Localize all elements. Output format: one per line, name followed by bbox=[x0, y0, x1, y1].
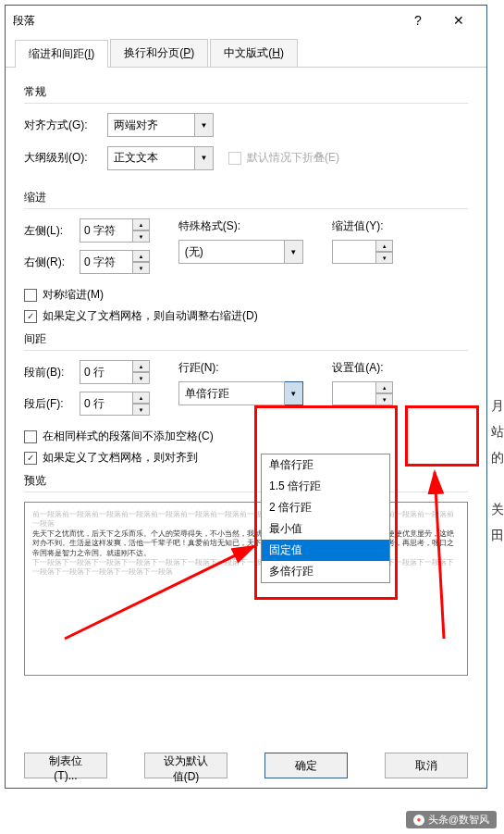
dialog-title: 段落 bbox=[13, 13, 398, 29]
dd-option-1-5[interactable]: 1.5 倍行距 bbox=[262, 476, 389, 497]
setval-input[interactable] bbox=[332, 381, 376, 405]
before-input[interactable] bbox=[80, 360, 133, 384]
indentval-down[interactable]: ▼ bbox=[376, 252, 393, 264]
before-up[interactable]: ▲ bbox=[133, 360, 150, 372]
dd-option-fixed[interactable]: 固定值 bbox=[262, 540, 389, 561]
align-combo[interactable]: ▼ bbox=[107, 113, 214, 137]
tab-bar: 缩进和间距(I) 换行和分页(P) 中文版式(H) bbox=[6, 35, 486, 68]
before-label: 段前(B): bbox=[24, 365, 80, 380]
outline-label: 大纲级别(O): bbox=[24, 150, 107, 166]
align-dropdown-btn[interactable]: ▼ bbox=[195, 113, 214, 137]
left-up[interactable]: ▲ bbox=[133, 218, 150, 230]
outline-input[interactable] bbox=[107, 146, 195, 170]
special-combo[interactable]: ▼ bbox=[178, 240, 314, 264]
special-dropdown-btn[interactable]: ▼ bbox=[285, 240, 303, 264]
dd-option-multi[interactable]: 多倍行距 bbox=[262, 561, 389, 582]
group-spacing: 间距 bbox=[24, 331, 468, 351]
watermark-icon: ● bbox=[413, 815, 424, 826]
tabstops-button[interactable]: 制表位(T)... bbox=[24, 753, 107, 778]
indentval-input[interactable] bbox=[332, 240, 376, 264]
collapse-checkbox bbox=[228, 152, 241, 165]
default-button[interactable]: 设为默认值(D) bbox=[144, 753, 227, 778]
collapse-label: 默认情况下折叠(E) bbox=[247, 150, 339, 166]
mirror-checkbox[interactable] bbox=[24, 289, 37, 302]
after-up[interactable]: ▲ bbox=[133, 392, 150, 404]
after-down[interactable]: ▼ bbox=[133, 404, 150, 416]
bg-char-1: 月 bbox=[491, 398, 504, 415]
right-up[interactable]: ▲ bbox=[133, 250, 150, 262]
cancel-button[interactable]: 取消 bbox=[385, 753, 468, 778]
ok-button[interactable]: 确定 bbox=[264, 753, 348, 778]
watermark: ● 头条@数智风 bbox=[406, 811, 497, 828]
left-label: 左侧(L): bbox=[24, 223, 80, 239]
right-input[interactable] bbox=[80, 250, 133, 274]
left-input[interactable] bbox=[80, 218, 133, 243]
close-button[interactable]: ✕ bbox=[438, 6, 479, 34]
align-label: 对齐方式(G): bbox=[24, 118, 107, 133]
preview-area: 前一段落前一段落前一段落前一段落前一段落前一段落前一段落前一段落前一段落前一段落… bbox=[24, 502, 468, 676]
setval-up[interactable]: ▲ bbox=[376, 381, 393, 393]
right-label: 右侧(R): bbox=[24, 255, 80, 270]
after-label: 段后(F): bbox=[24, 396, 80, 412]
dd-option-double[interactable]: 2 倍行距 bbox=[262, 497, 389, 518]
group-preview: 预览 bbox=[24, 473, 468, 492]
linespace-dropdown-btn[interactable]: ▼ bbox=[285, 381, 303, 405]
group-general: 常规 bbox=[24, 84, 468, 104]
setval-spinner[interactable]: ▲▼ bbox=[332, 381, 468, 405]
nosame-checkbox[interactable] bbox=[24, 430, 37, 443]
linespace-label: 行距(N): bbox=[178, 360, 314, 376]
special-input[interactable] bbox=[178, 240, 285, 264]
left-spinner[interactable]: ▲▼ bbox=[80, 218, 150, 243]
autoindent-checkbox[interactable]: ✓ bbox=[24, 310, 37, 323]
linespace-input[interactable] bbox=[178, 381, 285, 405]
indentval-label: 缩进值(Y): bbox=[332, 218, 468, 234]
setval-down[interactable]: ▼ bbox=[376, 393, 393, 405]
right-down[interactable]: ▼ bbox=[133, 262, 150, 274]
bg-char-5: 田 bbox=[491, 528, 504, 544]
watermark-text: 头条@数智风 bbox=[428, 813, 489, 827]
linespace-combo[interactable]: ▼ bbox=[178, 381, 314, 405]
after-input[interactable] bbox=[80, 392, 133, 416]
special-label: 特殊格式(S): bbox=[178, 218, 314, 234]
linespace-dropdown-list[interactable]: 单倍行距 1.5 倍行距 2 倍行距 最小值 固定值 多倍行距 bbox=[261, 454, 390, 583]
right-spinner[interactable]: ▲▼ bbox=[80, 250, 150, 274]
tab-chinese[interactable]: 中文版式(H) bbox=[210, 39, 298, 67]
mirror-label: 对称缩进(M) bbox=[43, 287, 104, 303]
autoindent-label: 如果定义了文档网格，则自动调整右缩进(D) bbox=[43, 308, 258, 324]
outline-combo[interactable]: ▼ bbox=[107, 146, 214, 170]
preview-gray-before: 前一段落前一段落前一段落前一段落前一段落前一段落前一段落前一段落前一段落前一段落… bbox=[32, 510, 460, 529]
tab-indent-spacing[interactable]: 缩进和间距(I) bbox=[15, 40, 108, 68]
before-spinner[interactable]: ▲▼ bbox=[80, 360, 150, 384]
preview-sample-text: 先天下之忧而忧，后天下之乐而乐。个人的荣辱得失，不小当然，我就怀一意愿足。赏我住… bbox=[32, 529, 460, 558]
left-down[interactable]: ▼ bbox=[133, 230, 150, 243]
bg-char-4: 关 bbox=[491, 502, 504, 518]
nosame-label: 在相同样式的段落间不添加空格(C) bbox=[43, 429, 214, 444]
snapgrid-label: 如果定义了文档网格，则对齐到 bbox=[43, 450, 198, 466]
dd-option-min[interactable]: 最小值 bbox=[262, 518, 389, 540]
before-down[interactable]: ▼ bbox=[133, 372, 150, 384]
bg-char-3: 的 bbox=[491, 450, 504, 467]
outline-dropdown-btn[interactable]: ▼ bbox=[195, 146, 214, 170]
setval-label: 设置值(A): bbox=[332, 360, 468, 376]
indentval-spinner[interactable]: ▲▼ bbox=[332, 240, 468, 264]
help-button[interactable]: ? bbox=[398, 6, 438, 34]
indentval-up[interactable]: ▲ bbox=[376, 240, 393, 252]
snapgrid-checkbox[interactable]: ✓ bbox=[24, 452, 37, 465]
bg-char-2: 站 bbox=[491, 424, 504, 441]
after-spinner[interactable]: ▲▼ bbox=[80, 392, 150, 416]
group-indent: 缩进 bbox=[24, 190, 468, 209]
align-input[interactable] bbox=[107, 113, 195, 137]
preview-gray-after: 下一段落下一段落下一段落下一段落下一段落下一段落下一段落下一段落下一段落下一段落… bbox=[32, 558, 460, 578]
tab-line-page[interactable]: 换行和分页(P) bbox=[110, 39, 208, 67]
dd-option-single[interactable]: 单倍行距 bbox=[262, 454, 389, 476]
